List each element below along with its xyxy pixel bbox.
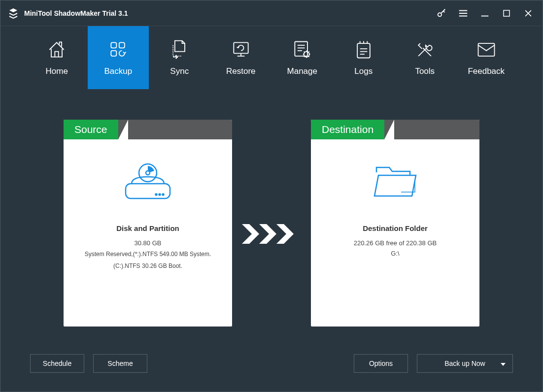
destination-card[interactable]: Destination Destination Folder 220.26 GB… [311, 120, 479, 327]
svg-point-13 [156, 194, 157, 196]
source-detail-2: (C:).NTFS 30.26 GB Boot. [113, 261, 182, 270]
card-header-slash [384, 120, 479, 139]
titlebar-controls [434, 6, 536, 21]
source-card[interactable]: Source [64, 120, 232, 327]
svg-rect-10 [126, 184, 170, 198]
card-body: Destination Folder 220.26 GB free of 220… [311, 139, 479, 327]
scheme-button[interactable]: Scheme [93, 354, 147, 373]
maximize-icon[interactable] [499, 6, 514, 21]
svg-marker-19 [501, 363, 506, 366]
nav-label: Home [46, 66, 68, 76]
titlebar: MiniTool ShadowMaker Trial 3.1 [0, 0, 543, 26]
svg-point-15 [146, 171, 150, 175]
nav-label: Manage [287, 66, 317, 76]
nav-restore[interactable]: Restore [210, 26, 272, 89]
app-logo-icon [7, 7, 19, 19]
app-window: MiniTool ShadowMaker Trial 3.1 [0, 0, 543, 392]
home-icon [46, 39, 68, 61]
svg-rect-6 [295, 42, 308, 56]
svg-point-12 [159, 194, 161, 196]
minimize-icon[interactable] [477, 6, 492, 21]
nav-label: Restore [226, 66, 256, 76]
menu-icon[interactable] [456, 6, 471, 21]
logs-icon [354, 39, 373, 61]
manage-icon [291, 39, 313, 61]
svg-rect-8 [357, 43, 370, 58]
key-icon[interactable] [434, 6, 449, 21]
destination-title: Destination Folder [363, 224, 428, 232]
disk-icon [121, 154, 175, 208]
sync-icon [170, 39, 189, 61]
destination-path: G:\ [391, 250, 399, 257]
svg-rect-2 [111, 42, 116, 48]
nav-label: Tools [415, 66, 435, 76]
nav-label: Sync [170, 66, 189, 76]
backup-now-label: Back up Now [444, 359, 485, 367]
svg-rect-1 [504, 10, 509, 16]
content-area: Source [0, 89, 543, 392]
main-row: Source [24, 99, 519, 348]
svg-marker-16 [242, 224, 259, 244]
destination-free: 220.26 GB free of 220.38 GB [354, 239, 437, 247]
nav-backup[interactable]: Backup [88, 26, 149, 89]
source-title: Disk and Partition [116, 224, 179, 232]
nav-label: Backup [104, 66, 132, 76]
svg-point-11 [163, 194, 164, 196]
folder-icon [371, 154, 420, 208]
backup-now-button[interactable]: Back up Now [417, 354, 513, 373]
feedback-icon [475, 39, 497, 61]
nav-sync[interactable]: Sync [149, 26, 210, 89]
svg-rect-9 [478, 43, 494, 56]
nav-home[interactable]: Home [26, 26, 88, 89]
svg-rect-3 [119, 42, 125, 48]
app-title: MiniTool ShadowMaker Trial 3.1 [24, 9, 128, 17]
nav-manage[interactable]: Manage [272, 26, 333, 89]
bottom-bar: Schedule Scheme Options Back up Now [24, 348, 519, 382]
svg-marker-18 [276, 224, 294, 244]
card-header-slash [118, 120, 232, 139]
close-icon[interactable] [521, 6, 536, 21]
card-header: Destination [311, 120, 479, 139]
backup-icon [107, 39, 129, 61]
source-size: 30.80 GB [135, 239, 162, 247]
nav-label: Logs [354, 66, 373, 76]
svg-rect-5 [234, 42, 248, 53]
options-button[interactable]: Options [354, 354, 408, 373]
svg-marker-17 [259, 224, 276, 244]
nav-label: Feedback [468, 66, 505, 76]
destination-tab-label: Destination [311, 120, 384, 139]
navbar: Home Backup Sync [0, 26, 543, 89]
restore-icon [230, 39, 252, 61]
nav-tools[interactable]: Tools [394, 26, 456, 89]
source-detail-1: System Reserved,(*:).NTFS 549.00 MB Syst… [85, 250, 211, 259]
spacer [156, 354, 345, 373]
card-body: Disk and Partition 30.80 GB System Reser… [64, 139, 232, 327]
chevron-down-icon [501, 359, 506, 367]
schedule-button[interactable]: Schedule [30, 354, 84, 373]
source-tab-label: Source [64, 120, 118, 139]
nav-logs[interactable]: Logs [333, 26, 395, 89]
card-header: Source [64, 120, 232, 139]
svg-rect-4 [111, 51, 116, 56]
nav-feedback[interactable]: Feedback [456, 26, 517, 89]
titlebar-left: MiniTool ShadowMaker Trial 3.1 [7, 7, 128, 19]
tools-icon [414, 39, 436, 61]
chevrons-icon [232, 120, 311, 348]
